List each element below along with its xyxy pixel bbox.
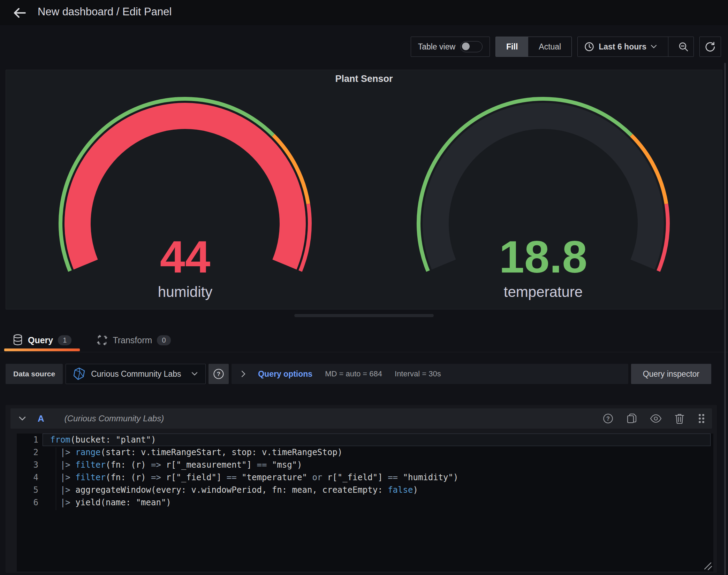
back-button[interactable] xyxy=(10,5,25,20)
line-number: 4 xyxy=(17,471,38,484)
chevron-down-icon xyxy=(19,416,26,421)
max-data-points-stat: MD = auto = 684 xyxy=(325,369,382,378)
line-number: 6 xyxy=(17,496,38,509)
time-range-button[interactable]: Last 6 hours xyxy=(578,41,663,52)
svg-text:temperature: temperature xyxy=(503,284,582,300)
tab-transform[interactable]: Transform 0 xyxy=(88,329,179,351)
query-row-header[interactable]: A (Curious Community Labs) ? xyxy=(10,408,712,429)
chevron-down-icon xyxy=(191,372,198,376)
table-view-label: Table view xyxy=(418,42,455,52)
tab-query-count: 1 xyxy=(58,335,71,345)
tab-query[interactable]: Query 1 xyxy=(4,329,80,351)
copy-icon xyxy=(626,413,637,424)
page-scrollbar[interactable] xyxy=(724,63,726,575)
code-text: |> yield(name: "mean") xyxy=(50,496,171,509)
chevron-down-icon xyxy=(651,45,657,49)
svg-text:humidity: humidity xyxy=(158,284,212,300)
collapse-query-button[interactable] xyxy=(17,416,28,421)
code-line: 2 |> range(start: v.timeRangeStart, stop… xyxy=(17,446,713,459)
query-toolbar: Data source Curious Community Labs ? xyxy=(6,364,711,384)
panel-toolbar: Table view Fill Actual Last 6 hours xyxy=(411,37,721,57)
trash-icon xyxy=(674,413,685,424)
code-text: |> range(start: v.timeRangeStart, stop: … xyxy=(50,446,342,459)
code-lines: 1from(bucket: "plant")2 |> range(start: … xyxy=(17,434,713,509)
eye-icon xyxy=(650,414,662,423)
time-range-label: Last 6 hours xyxy=(599,42,646,52)
code-text: |> filter(fn: (r) => r["_measurement"] =… xyxy=(50,459,302,471)
tab-transform-label: Transform xyxy=(113,335,152,345)
clock-icon xyxy=(584,41,594,52)
code-text: |> filter(fn: (r) => r["_field"] == "tem… xyxy=(50,471,458,484)
grafana-edit-panel-screen: New dashboard / Edit Panel Table view Fi… xyxy=(0,0,728,575)
database-icon xyxy=(13,334,23,346)
line-number: 2 xyxy=(17,446,38,459)
transform-icon xyxy=(97,335,108,346)
code-line: 6 |> yield(name: "mean") xyxy=(17,496,713,509)
code-text: from(bucket: "plant") xyxy=(50,434,156,446)
gauge-temperature: 18.8temperature xyxy=(364,85,722,300)
active-tab-underline xyxy=(4,348,80,351)
line-number: 1 xyxy=(17,434,38,446)
influxdb-icon xyxy=(73,367,85,381)
code-line: 4 |> filter(fn: (r) => r["_field"] == "t… xyxy=(17,471,713,484)
query-ref-id[interactable]: A xyxy=(38,413,44,424)
duplicate-query-button[interactable] xyxy=(626,413,637,424)
svg-text:18.8: 18.8 xyxy=(499,231,587,282)
arrow-left-icon xyxy=(12,5,23,21)
grip-dots-icon xyxy=(697,413,706,424)
query-options-label: Query options xyxy=(258,369,312,379)
line-number: 3 xyxy=(17,459,38,471)
question-circle-icon: ? xyxy=(213,368,225,380)
toggle-knob xyxy=(462,43,470,50)
code-line: 1from(bucket: "plant") xyxy=(17,434,713,446)
refresh-icon xyxy=(705,41,716,52)
divider xyxy=(0,352,728,352)
delete-query-button[interactable] xyxy=(674,413,685,424)
drag-query-handle[interactable] xyxy=(697,413,706,424)
panel-resize-handle[interactable] xyxy=(294,314,434,317)
tab-transform-count: 0 xyxy=(157,335,170,345)
flux-query-editor[interactable]: 1from(bucket: "plant")2 |> range(start: … xyxy=(17,434,713,572)
query-row-actions: ? xyxy=(602,413,706,424)
time-range-picker: Last 6 hours xyxy=(577,37,694,57)
gauge-humidity: 44humidity xyxy=(6,85,364,300)
svg-text:?: ? xyxy=(606,416,610,422)
divider xyxy=(668,37,668,56)
actual-button[interactable]: Actual xyxy=(528,37,571,56)
query-inspector-button[interactable]: Query inspector xyxy=(631,364,711,384)
query-row-card: A (Curious Community Labs) ? xyxy=(6,405,717,573)
gauge-container: 44humidity 18.8temperature xyxy=(6,85,722,300)
refresh-button[interactable] xyxy=(699,37,721,57)
line-number: 5 xyxy=(17,484,38,496)
code-line: 3 |> filter(fn: (r) => r["_measurement"]… xyxy=(17,459,713,471)
code-text: |> aggregateWindow(every: v.windowPeriod… xyxy=(50,484,418,496)
query-options-bar[interactable]: Query options MD = auto = 684 Interval =… xyxy=(232,364,628,384)
panel-plant-sensor: Plant Sensor 44humidity 18.8temperature xyxy=(6,70,722,309)
tab-query-label: Query xyxy=(28,335,53,345)
code-line: 5 |> aggregateWindow(every: v.windowPeri… xyxy=(17,484,713,496)
chevron-right-icon xyxy=(241,370,245,377)
magnifier-minus-icon xyxy=(678,41,689,52)
page-title: New dashboard / Edit Panel xyxy=(38,6,172,18)
toggle-visibility-button[interactable] xyxy=(650,414,662,423)
query-datasource-hint: (Curious Community Labs) xyxy=(65,414,164,423)
table-view-control[interactable]: Table view xyxy=(411,37,490,57)
datasource-label: Data source xyxy=(6,364,63,384)
datasource-value: Curious Community Labs xyxy=(91,369,181,379)
panel-title: Plant Sensor xyxy=(6,70,722,84)
query-help-button[interactable]: ? xyxy=(602,413,614,424)
datasource-help-button[interactable]: ? xyxy=(208,364,229,384)
editor-resize-handle[interactable] xyxy=(703,561,712,570)
editor-tabs: Query 1 Transform 0 xyxy=(4,329,179,351)
zoom-out-button[interactable] xyxy=(673,41,693,52)
top-header: New dashboard / Edit Panel xyxy=(0,0,728,25)
svg-text:?: ? xyxy=(217,371,220,377)
table-view-toggle[interactable] xyxy=(460,41,483,52)
question-circle-icon: ? xyxy=(602,413,614,424)
fill-actual-switch: Fill Actual xyxy=(495,37,572,57)
svg-text:44: 44 xyxy=(160,231,210,282)
interval-stat: Interval = 30s xyxy=(395,369,441,378)
fill-button[interactable]: Fill xyxy=(496,37,528,56)
datasource-picker[interactable]: Curious Community Labs xyxy=(66,364,206,384)
